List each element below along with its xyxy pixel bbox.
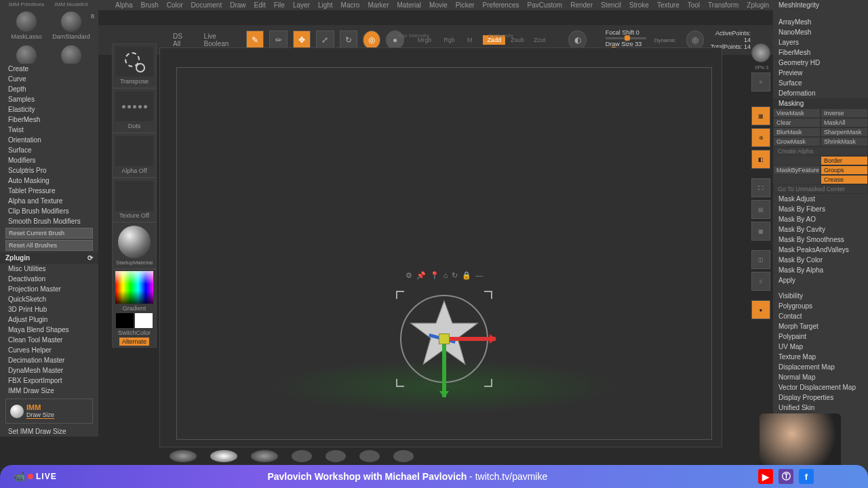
left-item[interactable]: Sculptris Pro — [0, 165, 98, 176]
left-item[interactable]: Tablet Pressure — [0, 186, 98, 196]
left-item[interactable]: Elasticity — [0, 104, 98, 115]
right-item[interactable]: Mask Adjust — [773, 194, 868, 204]
left-item[interactable]: Depth — [0, 84, 98, 94]
left-item[interactable]: Modifiers — [0, 155, 98, 165]
gizmo[interactable] — [400, 295, 488, 383]
menu-color[interactable]: Color — [167, 1, 183, 9]
menu-light[interactable]: Light — [318, 1, 333, 9]
swatch-black[interactable] — [116, 313, 134, 328]
focal-shift-slider[interactable]: Focal Shift 0 — [606, 29, 646, 39]
right-item[interactable]: Layers — [773, 37, 868, 47]
left-item[interactable]: FiberMesh — [0, 115, 98, 125]
linefill-icon[interactable]: ▤ — [751, 200, 770, 219]
menu-preferences[interactable]: Preferences — [483, 1, 519, 9]
menu-transform[interactable]: Transform — [708, 1, 738, 9]
texture-selector[interactable]: Texture Off — [112, 178, 157, 222]
right-item[interactable]: NanoMesh — [773, 27, 868, 37]
right-item[interactable]: Polygroups — [773, 301, 868, 311]
zplugin-item[interactable]: DynaMesh Master — [0, 365, 98, 375]
brush-indicator-icon[interactable]: ◐ — [568, 30, 586, 49]
menu-render[interactable]: Render — [570, 1, 593, 9]
move-mode-icon[interactable]: ✥ — [293, 30, 311, 49]
menu-material[interactable]: Material — [397, 1, 422, 9]
menu-stencil[interactable]: Stencil — [601, 1, 621, 9]
zplugin-item[interactable]: IMM Draw Size — [0, 386, 98, 396]
left-item[interactable]: Samples — [0, 94, 98, 104]
refresh-icon[interactable]: ⟳ — [87, 254, 93, 262]
left-item[interactable]: Smooth Brush Modifiers — [0, 216, 98, 226]
thumb-item[interactable] — [210, 450, 237, 462]
right-item[interactable]: Deformation — [773, 88, 868, 98]
right-item[interactable]: Mask By Color — [773, 255, 868, 265]
right-item[interactable]: Texture Map — [773, 352, 868, 362]
right-item[interactable]: Normal Map — [773, 372, 868, 382]
target-icon[interactable]: ◎ — [686, 30, 704, 49]
draw-mode-icon[interactable]: ✏ — [269, 30, 287, 49]
right-item[interactable]: Surface — [773, 78, 868, 88]
zplugin-item[interactable]: Clean Tool Master — [0, 335, 98, 345]
local-icon[interactable]: ⊕ — [751, 128, 770, 147]
gizmo-icon[interactable]: ◎ — [363, 30, 380, 49]
right-item[interactable]: Displacement Map — [773, 362, 868, 372]
right-item[interactable]: Unified Skin — [773, 403, 868, 413]
mask-btn[interactable]: Clear — [773, 118, 821, 127]
zplugin-item[interactable]: Deactivation — [0, 274, 98, 284]
masking-header[interactable]: Masking — [773, 98, 868, 108]
menu-tool[interactable]: Tool — [688, 1, 700, 9]
mask-by-feature[interactable]: MaskByFeature — [773, 165, 821, 175]
zplugin-item[interactable]: Projection Master — [0, 284, 98, 294]
brush-damstandard[interactable]: DamStandard — [50, 12, 92, 40]
right-item[interactable]: Preview — [773, 68, 868, 78]
zplugin-item[interactable]: Maya Blend Shapes — [0, 325, 98, 335]
left-item[interactable]: Twist — [0, 125, 98, 135]
mask-btn[interactable]: BlurMask — [773, 127, 821, 137]
goto-unmasked[interactable]: Go To Unmasked Center — [773, 184, 868, 194]
transp-icon[interactable]: ◫ — [751, 250, 770, 269]
mask-btn[interactable]: GrowMask — [773, 137, 821, 146]
left-item[interactable]: Curve — [0, 74, 98, 84]
marker-icon[interactable]: 📍 — [430, 271, 439, 280]
live-boolean[interactable]: Live Boolean — [204, 33, 241, 47]
menu-movie[interactable]: Movie — [429, 1, 448, 9]
youtube-icon[interactable]: ▶ — [758, 469, 773, 484]
gear-icon[interactable]: ⚙ — [406, 271, 412, 280]
menu-alpha[interactable]: Alpha — [115, 1, 133, 9]
menu-stroke[interactable]: Stroke — [629, 1, 649, 9]
zplugin-item[interactable]: Decimation Master — [0, 355, 98, 365]
right-item[interactable]: FiberMesh — [773, 47, 868, 58]
zplugin-item[interactable]: FBX ExportImport — [0, 375, 98, 386]
right-item[interactable]: Mask By Fibers — [773, 204, 868, 214]
material-selector[interactable]: StartupMaterial — [112, 222, 157, 269]
right-item[interactable]: UV Map — [773, 342, 868, 352]
axis-y[interactable] — [442, 343, 446, 397]
left-item[interactable]: Clip Brush Modifiers — [0, 206, 98, 216]
rotate-mode-icon[interactable]: ↻ — [340, 30, 357, 49]
mask-btn[interactable]: Inverse — [821, 108, 868, 118]
menu-edit[interactable]: Edit — [254, 1, 266, 9]
edit-mode-icon[interactable]: ✎ — [246, 30, 264, 49]
twitch-icon[interactable]: Ⓣ — [778, 469, 793, 484]
left-item[interactable]: Auto Masking — [0, 176, 98, 186]
zplugin-item[interactable]: Adjust Plugin — [0, 314, 98, 325]
menu-document[interactable]: Document — [191, 1, 222, 9]
menu-draw[interactable]: Draw — [230, 1, 245, 9]
right-item[interactable]: Morph Target — [773, 321, 868, 331]
right-item[interactable]: Polypaint — [773, 331, 868, 342]
right-item[interactable]: Contact — [773, 311, 868, 321]
reset-icon[interactable]: ↻ — [452, 271, 458, 280]
floor-icon[interactable]: ▦ — [751, 106, 770, 125]
right-item[interactable]: Visibility — [773, 291, 868, 301]
gizmo-center[interactable] — [439, 333, 450, 344]
mask-btn[interactable]: MaskAll — [821, 118, 868, 127]
viewport[interactable]: ⚙ 📌 📍 ⌂ ↻ 🔒 — — [159, 47, 722, 447]
zplugin-item[interactable]: QuickSketch — [0, 294, 98, 304]
mbf-border[interactable]: Border — [821, 156, 868, 165]
m-label[interactable]: M — [467, 37, 473, 43]
menu-brush[interactable]: Brush — [141, 1, 159, 9]
swatch-white[interactable] — [135, 313, 153, 328]
mask-btn[interactable]: ShrinkMask — [821, 137, 868, 146]
polyf-icon[interactable]: ▦ — [751, 222, 770, 241]
solo-icon[interactable]: ● — [751, 300, 770, 319]
zplugin-item[interactable]: Misc Utilities — [0, 264, 98, 274]
create-alpha[interactable]: Create Alpha — [773, 146, 868, 156]
